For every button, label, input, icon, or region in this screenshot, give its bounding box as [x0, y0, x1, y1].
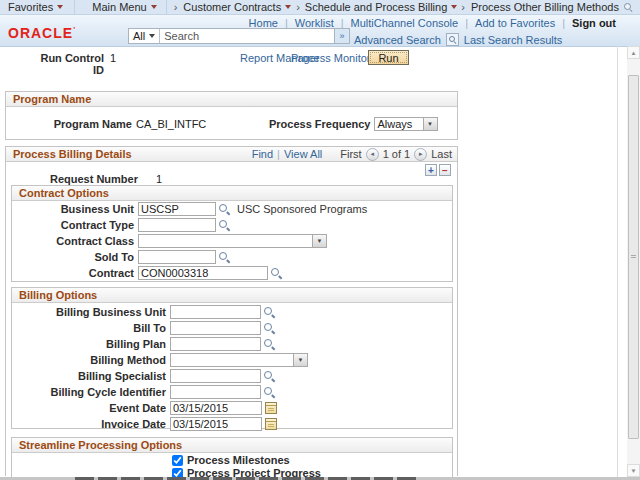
bill-to-input[interactable]: [170, 321, 261, 335]
process-billing-details-header: Process Billing Details Find View All Fi…: [6, 147, 457, 162]
scroll-down-button[interactable]: [627, 464, 640, 477]
last-search-results-link[interactable]: Last Search Results: [464, 34, 562, 46]
program-name-title: Program Name: [13, 93, 91, 105]
contract-class-row: Contract Class: [12, 233, 452, 248]
business-unit-row: Business Unit USC Sponsored Programs: [12, 201, 452, 216]
bill-to-row: Bill To: [12, 320, 452, 335]
sold-to-input[interactable]: [138, 250, 216, 264]
invoice-date-label: Invoice Date: [12, 418, 170, 430]
view-all-link[interactable]: View All: [284, 148, 322, 160]
billing-business-unit-label: Billing Business Unit: [12, 306, 170, 318]
lookup-icon[interactable]: [218, 251, 230, 263]
billing-method-label: Billing Method: [12, 354, 170, 366]
breadcrumb-customer-contracts[interactable]: Customer Contracts: [183, 1, 291, 13]
find-link[interactable]: Find: [252, 148, 273, 160]
contract-options-title: Contract Options: [19, 187, 109, 199]
calendar-icon[interactable]: [265, 402, 277, 414]
contract-type-label: Contract Type: [12, 219, 138, 231]
lookup-icon[interactable]: [263, 322, 275, 334]
scrollbar-thumb[interactable]: [628, 75, 639, 439]
contract-class-label: Contract Class: [12, 235, 138, 247]
process-billing-details-title: Process Billing Details: [13, 148, 132, 160]
breadcrumb-search-icon[interactable]: [623, 2, 634, 13]
search-scope-dropdown[interactable]: All: [129, 29, 160, 43]
add-row-button[interactable]: [425, 164, 437, 176]
process-monitor-link[interactable]: Process Monitor: [291, 52, 370, 64]
oracle-logo: ORACLE: [8, 25, 76, 41]
run-button[interactable]: Run: [368, 50, 409, 65]
contract-type-row: Contract Type: [12, 217, 452, 232]
add-to-favorites-link[interactable]: Add to Favorites: [475, 17, 555, 29]
page-indicator: 1 of 1: [383, 148, 411, 160]
previous-row-button[interactable]: [366, 148, 379, 161]
advanced-search-link[interactable]: Advanced Search: [354, 34, 441, 46]
program-name-groupbox: Program Name Program Name CA_BI_INTFC Pr…: [5, 91, 458, 140]
process-billing-details-groupbox: Process Billing Details Find View All Fi…: [5, 146, 458, 476]
search-go-button[interactable]: »: [334, 29, 349, 43]
event-date-input[interactable]: [170, 401, 262, 415]
chevron-down-icon: [151, 5, 157, 9]
row-action-buttons: [425, 164, 451, 176]
lookup-icon[interactable]: [263, 370, 275, 382]
sold-to-label: Sold To: [12, 251, 138, 263]
billing-business-unit-row: Billing Business Unit: [12, 304, 452, 319]
billing-options-groupbox: Billing Options Billing Business Unit Bi…: [11, 287, 453, 429]
business-unit-input[interactable]: [138, 202, 216, 216]
process-frequency-label: Process Frequency: [269, 118, 371, 130]
program-name-value: CA_BI_INTFC: [136, 118, 206, 130]
billing-specialist-label: Billing Specialist: [12, 370, 170, 382]
delete-row-button[interactable]: [439, 164, 451, 176]
billing-plan-label: Billing Plan: [12, 338, 170, 350]
chevron-down-icon: [149, 34, 155, 38]
content-border: [617, 46, 618, 477]
sold-to-row: Sold To: [12, 249, 452, 264]
billing-plan-input[interactable]: [170, 337, 261, 351]
billing-method-value: [171, 354, 293, 366]
lookup-icon[interactable]: [263, 306, 275, 318]
billing-method-select[interactable]: [170, 353, 308, 367]
process-frequency-select[interactable]: Always: [374, 117, 438, 131]
scroll-up-button[interactable]: [627, 46, 640, 59]
lookup-icon[interactable]: [270, 267, 282, 279]
process-frequency-row: Process Frequency Always: [269, 116, 438, 131]
breadcrumb-separator-icon: [461, 1, 465, 13]
process-frequency-value: Always: [375, 118, 423, 130]
lookup-icon[interactable]: [218, 219, 230, 231]
sign-out-link[interactable]: Sign out: [572, 17, 616, 29]
lookup-icon[interactable]: [263, 386, 275, 398]
breadcrumb-schedule-process-billing[interactable]: Schedule and Process Billing: [305, 1, 457, 13]
lookup-icon[interactable]: [218, 203, 230, 215]
contract-type-input[interactable]: [138, 218, 216, 232]
billing-cycle-identifier-input[interactable]: [170, 385, 261, 399]
calendar-icon[interactable]: [265, 418, 277, 430]
contract-class-select[interactable]: [138, 234, 327, 248]
breadcrumb: Favorites Main Menu Customer Contracts S…: [0, 0, 640, 15]
search-input[interactable]: [160, 29, 334, 43]
contract-options-header: Contract Options: [12, 186, 452, 201]
contract-class-value: [139, 235, 312, 247]
lookup-icon[interactable]: [263, 338, 275, 350]
contract-row: Contract: [12, 265, 452, 280]
main-menu[interactable]: Main Menu: [92, 1, 156, 13]
dropdown-arrow-icon[interactable]: [423, 118, 437, 130]
event-date-row: Event Date: [12, 400, 452, 415]
multichannel-console-link[interactable]: MultiChannel Console: [351, 17, 459, 29]
run-control-id-value: 1: [110, 52, 116, 64]
vertical-scrollbar[interactable]: [627, 46, 640, 477]
business-unit-description: USC Sponsored Programs: [237, 203, 367, 215]
process-milestones-checkbox[interactable]: [172, 455, 183, 466]
billing-options-header: Billing Options: [12, 288, 452, 303]
search-scope-value: All: [133, 30, 145, 42]
dropdown-arrow-icon[interactable]: [293, 354, 307, 366]
billing-business-unit-input[interactable]: [170, 305, 261, 319]
header-band: ORACLE Home Worklist MultiChannel Consol…: [0, 15, 640, 47]
next-row-button[interactable]: [414, 148, 427, 161]
dropdown-arrow-icon[interactable]: [312, 235, 326, 247]
invoice-date-input[interactable]: [170, 417, 262, 431]
favorites-menu[interactable]: Favorites: [8, 1, 63, 13]
billing-specialist-input[interactable]: [170, 369, 261, 383]
contract-input[interactable]: [138, 266, 268, 280]
favorites-label: Favorites: [8, 1, 53, 13]
contract-options-groupbox: Contract Options Business Unit USC Spons…: [11, 185, 453, 282]
request-number-label: Request Number: [6, 173, 138, 185]
